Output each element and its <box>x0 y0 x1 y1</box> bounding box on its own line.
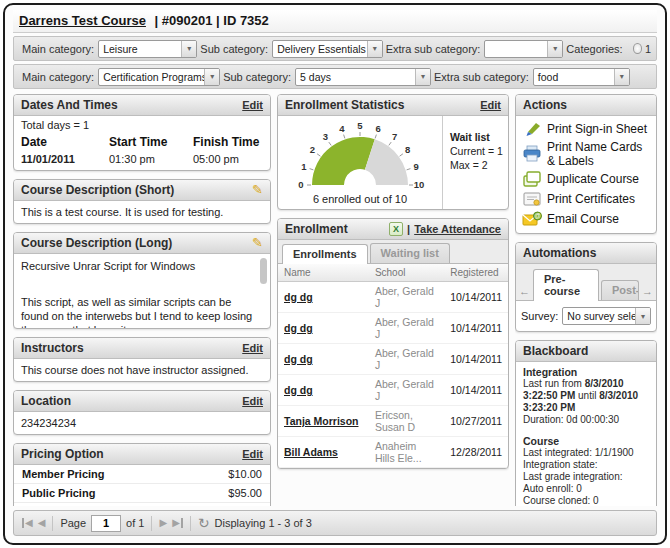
categories-radio[interactable] <box>633 43 642 54</box>
pricing-row: Member Pricing $10.00 <box>14 465 270 484</box>
start-time-value: 01:30 pm <box>109 153 193 165</box>
blackboard-title: Blackboard <box>523 344 588 358</box>
extra-sub-category-select-1[interactable]: ▾ <box>484 40 563 58</box>
svg-text:6: 6 <box>376 123 381 134</box>
chevron-down-icon[interactable]: ▾ <box>635 308 650 324</box>
refresh-icon[interactable]: ↻ <box>198 516 210 530</box>
integration-duration: Duration: 0d 00:00:30 <box>523 414 649 426</box>
pricing-row-value: $10.00 <box>228 468 262 480</box>
date-column-header: Date <box>21 135 109 149</box>
sub-category-select-2[interactable]: 5 days ▾ <box>295 68 431 86</box>
middle-column: Enrollment Statistics Edit 012345678910 … <box>277 94 509 506</box>
first-page-button[interactable]: ◀ <box>22 518 33 528</box>
course-heading: Course <box>523 435 649 447</box>
short-description-text: This is a test course. It is used for te… <box>14 201 270 223</box>
categories-count: 1 <box>645 43 651 55</box>
automations-tabs: ← Pre-course Post- → <box>516 264 656 301</box>
dates-edit-link[interactable]: Edit <box>242 99 263 111</box>
last-page-button[interactable]: ▶ <box>172 518 183 528</box>
course-meta: | #090201 | ID 7352 <box>155 13 269 28</box>
location-edit-link[interactable]: Edit <box>242 395 263 407</box>
chevron-down-icon[interactable]: ▾ <box>204 69 219 85</box>
table-row: dg dg Aber, Gerald J 10/14/2011 <box>278 344 508 375</box>
instructors-edit-link[interactable]: Edit <box>242 342 263 354</box>
sub-category-select-1[interactable]: Delivery Essentials On I ▾ <box>272 40 382 58</box>
enrollee-name-link[interactable]: Bill Adams <box>278 437 369 468</box>
sub-category-value-2: 5 days <box>296 69 415 85</box>
chevron-down-icon[interactable]: ▾ <box>367 41 382 57</box>
print-sign-in-sheet-action[interactable]: Print Sign-in Sheet <box>520 119 652 139</box>
name-column-header[interactable]: Name <box>278 264 369 282</box>
enrollment-tabs: Enrollments Waiting list <box>278 240 508 264</box>
chevron-down-icon[interactable]: ▾ <box>181 41 196 57</box>
location-text: 234234234 <box>14 412 270 434</box>
extra-sub-category-label: Extra sub category: <box>386 43 481 55</box>
instructors-title: Instructors <box>21 341 84 355</box>
tab-waiting-list[interactable]: Waiting list <box>370 243 450 263</box>
pricing-row-label: Member Pricing <box>22 468 105 480</box>
excel-export-icon[interactable]: X <box>389 222 403 236</box>
print-name-cards-action[interactable]: Print Name Cards & Labels <box>520 139 652 169</box>
print-certificates-action[interactable]: Print Certificates <box>520 189 652 209</box>
location-title: Location <box>21 394 71 408</box>
edit-pencil-icon[interactable]: ✎ <box>252 184 263 196</box>
chevron-down-icon[interactable]: ▾ <box>547 41 562 57</box>
pricing-row: Public Pricing $95.00 <box>14 484 270 503</box>
sub-category-label: Sub category: <box>223 71 291 83</box>
enrollee-name-link[interactable]: dg dg <box>278 375 369 406</box>
pricing-edit-link[interactable]: Edit <box>242 448 263 460</box>
tab-enrollments[interactable]: Enrollments <box>282 244 368 264</box>
short-description-header: Course Description (Short) ✎ <box>14 180 270 201</box>
chevron-down-icon[interactable]: ▾ <box>415 69 430 85</box>
svg-text:7: 7 <box>392 131 397 142</box>
enrollment-statistics-header: Enrollment Statistics Edit <box>278 95 508 116</box>
enrollee-name-link[interactable]: Tanja Morrison <box>278 406 369 437</box>
enrollee-registered: 12/28/2011 <box>444 437 508 468</box>
printer-icon <box>522 145 542 163</box>
integration-heading: Integration <box>523 366 649 378</box>
divider <box>151 516 152 531</box>
enrollment-statistics-edit-link[interactable]: Edit <box>480 99 501 111</box>
tab-scroll-right-icon[interactable]: → <box>641 285 654 300</box>
start-time-column-header: Start Time <box>109 135 193 149</box>
main-category-value-2: Certification Programs <box>99 69 204 85</box>
edit-pencil-icon[interactable]: ✎ <box>252 237 263 249</box>
duplicate-course-action[interactable]: Duplicate Course <box>520 169 652 189</box>
main-category-select-2[interactable]: Certification Programs ▾ <box>98 68 220 86</box>
previous-page-button[interactable]: ◀ <box>38 518 46 528</box>
page-input[interactable] <box>91 515 121 532</box>
location-header: Location Edit <box>14 391 270 412</box>
take-attendance-link[interactable]: Take Attendance <box>414 223 501 235</box>
extra-sub-category-select-2[interactable]: food ▾ <box>533 68 630 86</box>
next-page-button[interactable]: ▶ <box>159 518 167 528</box>
pagination-status: Displaying 1 - 3 of 3 <box>215 517 312 529</box>
tab-scroll-left-icon[interactable]: ← <box>518 285 531 300</box>
email-course-action[interactable]: @ Email Course <box>520 209 652 229</box>
registered-column-header[interactable]: Registered <box>444 264 508 282</box>
enrollment-table: Name School Registered dg dg Aber, Geral… <box>278 264 508 468</box>
course-name-link[interactable]: Darrens Test Course <box>19 13 146 28</box>
enrollee-name-link[interactable]: dg dg <box>278 313 369 344</box>
dates-and-times-panel: Dates And Times Edit Total days = 1 Date… <box>13 94 271 171</box>
scrollbar-thumb[interactable] <box>260 258 267 284</box>
pricing-title: Pricing Option <box>21 447 104 461</box>
tab-pre-course[interactable]: Pre-course <box>533 269 599 301</box>
chevron-down-icon[interactable]: ▾ <box>614 69 629 85</box>
extra-sub-category-label: Extra sub category: <box>434 71 529 83</box>
pagination-bar: ◀ ◀ Page of 1 ▶ ▶ ↻ Displaying 1 - 3 of … <box>13 510 657 536</box>
enrollee-name-link[interactable]: dg dg <box>278 344 369 375</box>
blackboard-body: Integration Last run from 8/3/2010 3:22:… <box>516 362 656 506</box>
action-label: Duplicate Course <box>547 172 639 186</box>
course-detail-window: Darrens Test Course | #090201 | ID 7352 … <box>3 3 667 545</box>
course-line: Auto enroll: 0 <box>523 483 649 495</box>
enrollee-name-link[interactable]: dg dg <box>278 282 369 313</box>
main-category-select-1[interactable]: Leisure ▾ <box>98 40 197 58</box>
svg-text:1: 1 <box>301 161 307 172</box>
survey-select[interactable]: No survey sele ▾ <box>562 307 651 325</box>
waitlist-current: Current = 1 <box>450 144 504 158</box>
automations-panel: Automations ← Pre-course Post- → Survey:… <box>515 242 657 332</box>
left-column: Dates And Times Edit Total days = 1 Date… <box>13 94 271 506</box>
integration-last-run: Last run from 8/3/2010 3:22:50 PM until … <box>523 378 649 414</box>
school-column-header[interactable]: School <box>369 264 444 282</box>
tab-post-course[interactable]: Post- <box>601 280 639 300</box>
